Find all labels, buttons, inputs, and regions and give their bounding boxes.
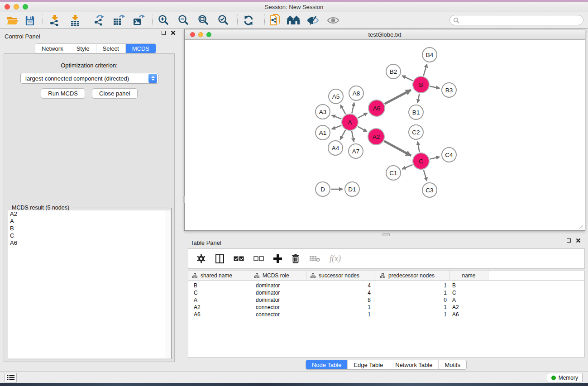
- select-all-button[interactable]: [234, 256, 244, 261]
- float-panel-icon[interactable]: [162, 31, 166, 35]
- graph-node-label: A8: [353, 90, 360, 97]
- import-network-button[interactable]: [47, 13, 62, 28]
- main-toolbar: [0, 12, 588, 29]
- control-panel-title: Control Panel: [5, 33, 40, 40]
- table-row[interactable]: A dominator 8 0 A: [188, 296, 584, 304]
- scrollbar-thumb[interactable]: [183, 196, 185, 203]
- dropdown-stepper-icon: [148, 74, 157, 83]
- tab-network[interactable]: Network: [35, 44, 70, 53]
- show-graphics-button[interactable]: [325, 13, 341, 28]
- list-item[interactable]: B: [8, 225, 171, 232]
- graph-edge[interactable]: [418, 94, 420, 103]
- graph-edge[interactable]: [352, 131, 354, 142]
- graph-edge[interactable]: [430, 86, 440, 88]
- search-input[interactable]: [462, 16, 583, 24]
- graph-edge[interactable]: [352, 103, 354, 114]
- hide-graphics-button[interactable]: [305, 13, 320, 28]
- tab-select[interactable]: Select: [96, 44, 126, 53]
- close-panel-icon[interactable]: [171, 30, 176, 35]
- table-panel-title: Table Panel: [191, 239, 221, 246]
- delete-table-icon: [309, 255, 320, 262]
- refresh-view-button[interactable]: [241, 13, 256, 28]
- close-panel-button[interactable]: Close panel: [92, 88, 138, 99]
- graph-node-label: A1: [319, 129, 327, 136]
- list-item[interactable]: A6: [8, 239, 171, 247]
- graph-edge[interactable]: [340, 130, 345, 139]
- criterion-dropdown[interactable]: largest connected component (directed): [20, 73, 158, 84]
- list-item[interactable]: A2: [8, 210, 171, 218]
- tab-motifs[interactable]: Motifs: [439, 360, 466, 369]
- global-search[interactable]: [449, 15, 583, 25]
- tab-edge-table[interactable]: Edge Table: [348, 360, 389, 369]
- delete-table-button[interactable]: [309, 255, 320, 262]
- split-pane-handle[interactable]: [382, 233, 390, 236]
- graph-edge[interactable]: [430, 157, 440, 159]
- table-row[interactable]: B dominator 4 1 B: [188, 282, 584, 289]
- refresh-icon: [243, 15, 254, 26]
- graph-node-label: B: [419, 81, 423, 88]
- zoom-selected-button[interactable]: [215, 13, 231, 28]
- deselect-all-button[interactable]: [253, 256, 264, 261]
- float-panel-icon[interactable]: [567, 238, 571, 243]
- export-table-button[interactable]: [111, 13, 126, 28]
- create-column-button[interactable]: [273, 254, 282, 263]
- graph-edge[interactable]: [424, 64, 427, 76]
- column-header-shared-name[interactable]: shared name: [188, 271, 250, 280]
- graph-edge[interactable]: [332, 125, 342, 129]
- column-header-name[interactable]: name: [449, 271, 488, 280]
- graph-edge[interactable]: [424, 170, 427, 181]
- scrollbar-track[interactable]: [165, 210, 171, 358]
- list-item[interactable]: A: [8, 218, 171, 225]
- tab-mcds[interactable]: MCDS: [126, 44, 156, 53]
- network-window-titlebar: testGlobe.txt: [185, 29, 585, 40]
- graph-node-label: A2: [373, 133, 380, 140]
- zoom-out-button[interactable]: [176, 13, 191, 28]
- graph-node-label: B1: [412, 109, 420, 116]
- graph-edge[interactable]: [384, 141, 411, 156]
- table-header-row: shared name MCDS role: [188, 271, 584, 281]
- save-session-button[interactable]: [22, 13, 38, 28]
- resize-grip-icon[interactable]: [578, 224, 583, 229]
- graph-node-label: A: [348, 119, 352, 126]
- tab-style[interactable]: Style: [70, 44, 96, 53]
- export-image-button[interactable]: [131, 13, 146, 28]
- network-canvas[interactable]: B4B2BB3A8A5A6A3B1AA1C2A2A4A7C4CC1DD1C3: [185, 40, 584, 230]
- table-settings-button[interactable]: [196, 254, 206, 263]
- column-header-successor-nodes[interactable]: successor nodes: [306, 271, 376, 280]
- show-columns-button[interactable]: [215, 254, 224, 263]
- table-row[interactable]: C dominator 4 1 C: [188, 289, 584, 296]
- graph-edge[interactable]: [340, 105, 345, 114]
- tab-node-table[interactable]: Node Table: [306, 360, 348, 369]
- tab-network-table[interactable]: Network Table: [389, 360, 439, 369]
- column-header-predecessor-nodes[interactable]: predecessor nodes: [376, 271, 449, 280]
- table-row[interactable]: A2 connector 1 1 A2: [188, 304, 584, 311]
- graph-node-label: A3: [319, 109, 327, 115]
- toolbar-separator: [264, 14, 265, 26]
- zoom-fit-button[interactable]: [196, 13, 211, 28]
- toolbar-separator: [237, 14, 238, 26]
- app-window: Session: New Session: [0, 2, 588, 383]
- graph-edge[interactable]: [358, 113, 368, 118]
- graph-edge[interactable]: [402, 76, 413, 81]
- delete-column-button[interactable]: [292, 254, 300, 263]
- open-session-button[interactable]: [5, 13, 20, 28]
- show-log-button[interactable]: [5, 373, 17, 382]
- export-network-button[interactable]: [91, 13, 107, 28]
- network-file-button[interactable]: [268, 13, 283, 28]
- table-row[interactable]: A6 connector 1 1 A6: [188, 311, 584, 318]
- close-panel-icon[interactable]: [576, 238, 581, 243]
- graph-edge[interactable]: [332, 115, 342, 119]
- list-item[interactable]: C: [8, 232, 171, 239]
- graph-edge[interactable]: [358, 127, 367, 132]
- home-layout-button[interactable]: [286, 13, 301, 28]
- graph-edge[interactable]: [385, 90, 411, 104]
- import-table-button[interactable]: [67, 13, 83, 28]
- column-header-mcds-role[interactable]: MCDS role: [250, 271, 306, 280]
- memory-button[interactable]: Memory: [547, 373, 583, 382]
- graph-edge[interactable]: [418, 142, 420, 152]
- zoom-in-button[interactable]: [156, 13, 171, 28]
- run-mcds-button[interactable]: Run MCDS: [41, 88, 85, 99]
- function-builder-button[interactable]: f(x): [330, 254, 341, 263]
- mcds-result-list[interactable]: A2 A B C A6: [8, 210, 171, 358]
- graph-edge[interactable]: [402, 165, 412, 169]
